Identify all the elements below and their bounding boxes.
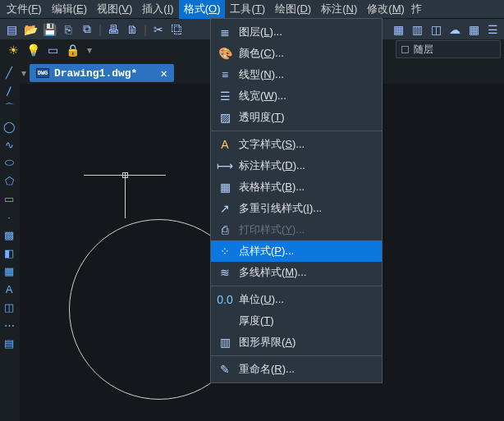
palette-icon: 🎨 (216, 46, 234, 61)
menu-item-thickness[interactable]: 厚度(T) (211, 310, 382, 332)
limits-icon: ▥ (216, 335, 234, 350)
menu-item-transparency[interactable]: ▨透明度(T) (211, 107, 382, 128)
saveall-icon[interactable]: ⧉ (79, 21, 95, 38)
toolbar-sep: | (98, 21, 103, 38)
menu-annotate[interactable]: 标注(N) (316, 0, 362, 19)
misc-tool-icon[interactable]: ⋯ (2, 318, 16, 332)
linetype-icon: ≡ (216, 67, 234, 82)
menu-item-pointstyle[interactable]: ⁘点样式(P)... (211, 240, 382, 262)
save-icon[interactable]: 💾 (41, 21, 57, 38)
menu-item-units[interactable]: 0.0单位(U)... (211, 289, 382, 310)
block-tool-icon[interactable]: ◫ (2, 300, 16, 313)
units-icon: 0.0 (216, 292, 234, 307)
rect-tool-icon[interactable]: ▭ (2, 192, 16, 205)
ellipse-tool-icon[interactable]: ⬭ (2, 156, 16, 169)
menubar: 文件(F) 编辑(E) 视图(V) 插入(I) 格式(O) 工具(T) 绘图(D… (0, 0, 504, 18)
tool-e-icon[interactable]: ▦ (465, 21, 482, 38)
layer-combo[interactable]: 随层 (396, 40, 501, 58)
menu-item-dimstyle[interactable]: ⟼标注样式(D)... (211, 155, 382, 176)
menu-item-plotstyle: ⎙打印样式(Y)... (211, 219, 382, 240)
tool-c-icon[interactable]: ◫ (428, 21, 444, 38)
menu-view[interactable]: 视图(V) (92, 0, 137, 19)
dimstyle-icon: ⟼ (216, 158, 234, 173)
plot-icon[interactable]: 🖶 (105, 21, 121, 38)
menu-item-linetype[interactable]: ≡线型(N)... (211, 64, 382, 85)
cut-icon[interactable]: ✂ (150, 21, 167, 38)
tab-collapse-icon[interactable]: ▾ (21, 67, 26, 79)
rect-icon[interactable]: ▭ (44, 42, 61, 58)
thickness-icon (216, 313, 234, 328)
plotstyle-icon: ⎙ (216, 222, 234, 237)
menu-item-color[interactable]: 🎨颜色(C)... (211, 43, 382, 64)
open-icon[interactable]: 📂 (22, 21, 39, 38)
menu-truncated[interactable]: 拃 (410, 0, 424, 19)
tablestyle-icon: ▦ (216, 180, 234, 194)
menu-item-tablestyle[interactable]: ▦表格样式(B)... (211, 176, 382, 198)
drawing-tab[interactable]: DWG Drawing1.dwg* ✕ (30, 64, 174, 82)
tab-title: Drawing1.dwg* (54, 67, 137, 80)
menu-item-rename[interactable]: ✎重命名(R)... (211, 359, 382, 380)
menu-item-layer[interactable]: ≣图层(L)... (211, 21, 382, 43)
menu-item-textstyle[interactable]: A文字样式(S)... (211, 134, 382, 155)
tool-palette: ╱ 〳 ⌒ ◯ ∿ ⬭ ⬠ ▭ ∙ ▩ ◧ ▦ A ◫ ⋯ ▤ (0, 61, 18, 421)
new-icon[interactable]: ▤ (3, 21, 20, 38)
sun-icon[interactable]: ☀ (5, 42, 21, 58)
layer-combo-label: 随层 (414, 43, 433, 57)
preview-icon[interactable]: 🗎 (124, 21, 140, 38)
menu-draw[interactable]: 绘图(D) (270, 0, 316, 19)
close-icon[interactable]: ✕ (160, 66, 167, 80)
menu-separator (211, 355, 382, 356)
lineweight-icon: ☰ (216, 89, 234, 103)
menu-format[interactable]: 格式(O) (179, 0, 226, 19)
rename-icon: ✎ (216, 362, 234, 377)
polygon-tool-icon[interactable]: ⬠ (2, 174, 16, 187)
menu-item-limits[interactable]: ▥图形界限(A) (211, 332, 382, 353)
pointstyle-icon: ⁘ (216, 244, 234, 259)
text-tool-icon[interactable]: A (2, 282, 16, 295)
tool-b-icon[interactable]: ▥ (409, 21, 425, 38)
tabbar: ▾ DWG Drawing1.dwg* ✕ (18, 64, 174, 82)
layer-color-swatch (401, 46, 409, 53)
bulb-icon[interactable]: 💡 (25, 42, 41, 58)
tool-a-icon[interactable]: ▦ (390, 21, 406, 38)
copy-icon[interactable]: ⿻ (169, 21, 186, 38)
format-menu-dropdown: ≣图层(L)... 🎨颜色(C)... ≡线型(N)... ☰线宽(W)... … (210, 18, 383, 383)
spline-tool-icon[interactable]: ∿ (2, 138, 16, 151)
dwg-icon: DWG (36, 68, 49, 78)
saveas-icon[interactable]: ⎘ (60, 21, 76, 38)
circle-tool-icon[interactable]: ◯ (2, 120, 16, 133)
menu-item-mlinestyle[interactable]: ≋多线样式(M)... (211, 262, 382, 283)
tool-f-icon[interactable]: ☰ (484, 21, 501, 38)
lock-icon[interactable]: 🔒 (64, 42, 80, 58)
menu-file[interactable]: 文件(F) (2, 0, 47, 19)
tool-d-icon[interactable]: ☁ (447, 21, 463, 38)
mleader-icon: ↗ (216, 201, 234, 216)
menu-edit[interactable]: 编辑(E) (47, 0, 92, 19)
pickbox (122, 172, 128, 178)
region-tool-icon[interactable]: ◧ (2, 246, 16, 259)
point-tool-icon[interactable]: ∙ (2, 210, 16, 223)
menu-insert[interactable]: 插入(I) (137, 0, 178, 19)
menu-item-lineweight[interactable]: ☰线宽(W)... (211, 85, 382, 107)
arc-tool-icon[interactable]: ⌒ (2, 102, 16, 115)
crosshair-v (125, 172, 126, 218)
textstyle-icon: A (216, 137, 234, 152)
layers-icon: ≣ (216, 25, 234, 39)
menu-item-mleaderstyle[interactable]: ↗多重引线样式(I)... (211, 198, 382, 219)
chevron-down-icon[interactable]: ▾ (87, 44, 92, 56)
line-tool-icon[interactable]: ╱ (2, 66, 16, 79)
mlinestyle-icon: ≋ (216, 265, 234, 280)
menu-modify[interactable]: 修改(M) (362, 0, 410, 19)
menu-tools[interactable]: 工具(T) (225, 0, 270, 19)
table-tool-icon[interactable]: ▦ (2, 264, 16, 277)
menu-separator (211, 130, 382, 131)
toolbar-sep: | (143, 21, 148, 38)
pline-tool-icon[interactable]: 〳 (2, 84, 16, 97)
transparency-icon: ▨ (216, 110, 234, 125)
menu-separator (211, 286, 382, 286)
hatch-tool-icon[interactable]: ▩ (2, 228, 16, 241)
misc2-tool-icon[interactable]: ▤ (2, 336, 16, 350)
